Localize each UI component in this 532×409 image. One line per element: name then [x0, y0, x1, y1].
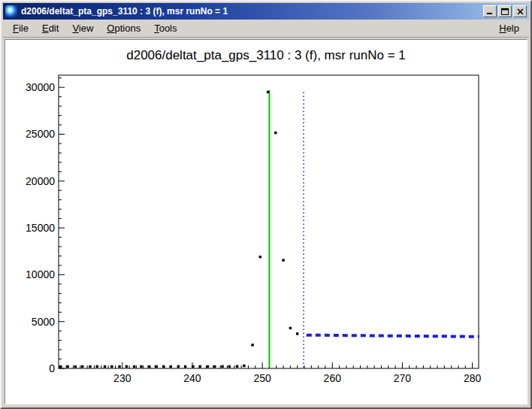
fit-line	[307, 335, 479, 337]
data-point	[118, 365, 120, 368]
root-canvas[interactable]: d2006/deltat_pta_gps_3110 : 3 (f), msr r…	[5, 39, 527, 404]
window-controls	[483, 5, 527, 17]
menu-tools[interactable]: Tools	[147, 20, 183, 36]
data-point	[177, 365, 180, 368]
data-point	[169, 365, 171, 368]
y-tick-label: 20000	[26, 175, 55, 187]
data-point	[155, 365, 157, 368]
data-point	[243, 365, 245, 367]
y-tick-label: 15000	[26, 222, 55, 234]
close-button[interactable]	[513, 5, 527, 17]
data-point	[59, 365, 62, 368]
data-point	[147, 365, 150, 368]
menu-view[interactable]: View	[65, 20, 100, 36]
data-point	[198, 365, 201, 368]
data-point	[74, 365, 77, 368]
y-tick-label: 25000	[26, 128, 55, 140]
data-point	[228, 365, 231, 368]
data-point	[192, 365, 194, 368]
maximize-icon	[501, 8, 509, 15]
x-tick-label: 280	[464, 372, 482, 384]
close-icon	[517, 8, 524, 15]
app-icon	[5, 5, 17, 17]
data-point	[267, 91, 269, 93]
data-point	[282, 259, 284, 261]
x-tick-label: 250	[253, 372, 271, 384]
data-point	[140, 365, 142, 368]
minimize-button[interactable]	[483, 5, 497, 17]
data-point	[162, 365, 165, 368]
data-point	[66, 365, 68, 368]
x-tick-label: 260	[324, 372, 342, 384]
data-point	[207, 365, 209, 368]
data-point	[236, 365, 238, 368]
x-tick-label: 230	[113, 372, 131, 384]
menu-options[interactable]: Options	[100, 20, 147, 36]
data-point	[96, 365, 98, 368]
app-window: d2006/deltat_pta_gps_3110 : 3 (f), msr r…	[0, 0, 532, 409]
x-tick-label: 240	[183, 372, 201, 384]
window-title: d2006/deltat_pta_gps_3110 : 3 (f), msr r…	[21, 6, 483, 17]
y-tick-label: 10000	[26, 268, 55, 280]
y-tick-label: 0	[49, 362, 55, 374]
data-point	[110, 365, 113, 368]
x-tick-label: 270	[394, 372, 412, 384]
titlebar[interactable]: d2006/deltat_pta_gps_3110 : 3 (f), msr r…	[3, 3, 529, 20]
data-point	[289, 327, 292, 329]
data-point	[104, 365, 106, 368]
histogram-plot[interactable]: 2302402502602702800500010000150002000025…	[5, 40, 530, 407]
data-point	[296, 332, 298, 335]
data-point	[89, 365, 91, 368]
data-point	[184, 365, 186, 368]
data-point	[125, 365, 128, 368]
y-tick-label: 30000	[26, 81, 55, 93]
menu-file[interactable]: File	[6, 20, 35, 36]
data-point	[221, 365, 223, 368]
data-point	[81, 365, 83, 368]
maximize-button[interactable]	[498, 5, 512, 17]
data-point	[213, 365, 216, 368]
menubar: File Edit View Options Tools Help	[3, 20, 529, 38]
menu-edit[interactable]: Edit	[35, 20, 65, 36]
minimize-icon	[486, 8, 494, 15]
data-point	[259, 256, 261, 258]
data-point	[251, 344, 253, 346]
menu-help[interactable]: Help	[492, 20, 526, 36]
y-tick-label: 5000	[32, 316, 55, 328]
data-point	[274, 132, 277, 134]
data-point	[133, 365, 135, 368]
